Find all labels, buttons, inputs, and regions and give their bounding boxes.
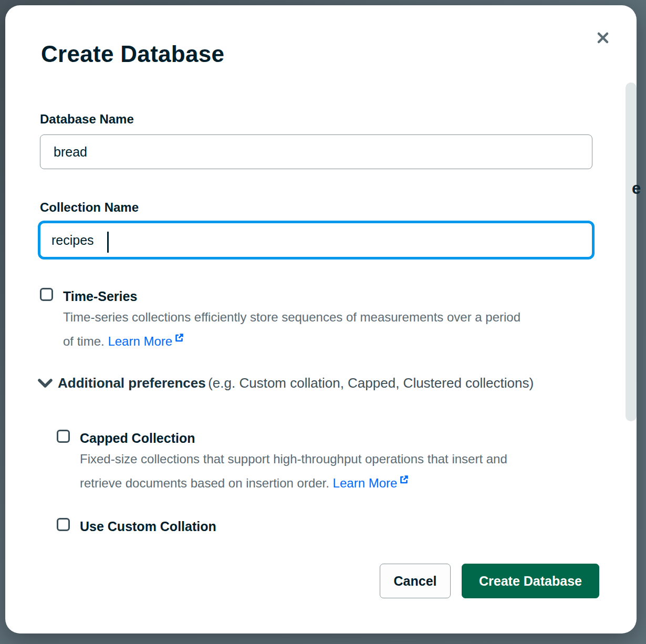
create-database-modal: Create Database Database Name Collection…	[5, 5, 637, 633]
background-peek-text: e	[632, 179, 641, 198]
collection-name-label: Collection Name	[40, 200, 139, 215]
time-series-label[interactable]: Time-Series	[63, 289, 137, 304]
additional-preferences-hint: (e.g. Custom collation, Capped, Clustere…	[208, 375, 534, 391]
chevron-down-icon	[38, 379, 53, 390]
capped-collection-checkbox[interactable]	[57, 430, 70, 443]
external-link-icon	[174, 328, 184, 349]
capped-collection-description: Fixed-size collections that support high…	[80, 449, 507, 491]
scrollbar-thumb[interactable]	[626, 82, 637, 421]
additional-preferences-toggle[interactable]: Additional preferences (e.g. Custom coll…	[38, 375, 534, 391]
text-cursor	[107, 232, 109, 253]
time-series-learn-more-link[interactable]: Learn More	[108, 334, 172, 348]
create-database-button[interactable]: Create Database	[462, 564, 599, 598]
additional-preferences-label: Additional preferences	[58, 375, 206, 391]
use-custom-collation-checkbox[interactable]	[57, 518, 70, 531]
screen: { "modal": { "title": "Create Database" …	[0, 0, 646, 644]
x-icon	[597, 32, 609, 44]
capped-desc-line2: retrieve documents based on insertion or…	[80, 476, 329, 490]
close-icon[interactable]	[595, 29, 611, 46]
time-series-checkbox[interactable]	[40, 288, 53, 301]
use-custom-collation-label[interactable]: Use Custom Collation	[80, 519, 216, 534]
time-series-desc-line2: of time.	[63, 334, 105, 348]
database-name-label: Database Name	[40, 112, 134, 127]
time-series-desc-line1: Time-series collections efficiently stor…	[63, 307, 520, 328]
database-name-input[interactable]	[40, 134, 592, 169]
capped-desc-line1: Fixed-size collections that support high…	[80, 449, 507, 470]
page-title: Create Database	[41, 41, 224, 67]
external-link-icon	[399, 470, 409, 491]
time-series-description: Time-series collections efficiently stor…	[63, 307, 520, 349]
cancel-button[interactable]: Cancel	[380, 564, 451, 598]
capped-collection-label[interactable]: Capped Collection	[80, 431, 195, 446]
capped-learn-more-link[interactable]: Learn More	[333, 476, 398, 490]
collection-name-input[interactable]	[38, 221, 595, 259]
